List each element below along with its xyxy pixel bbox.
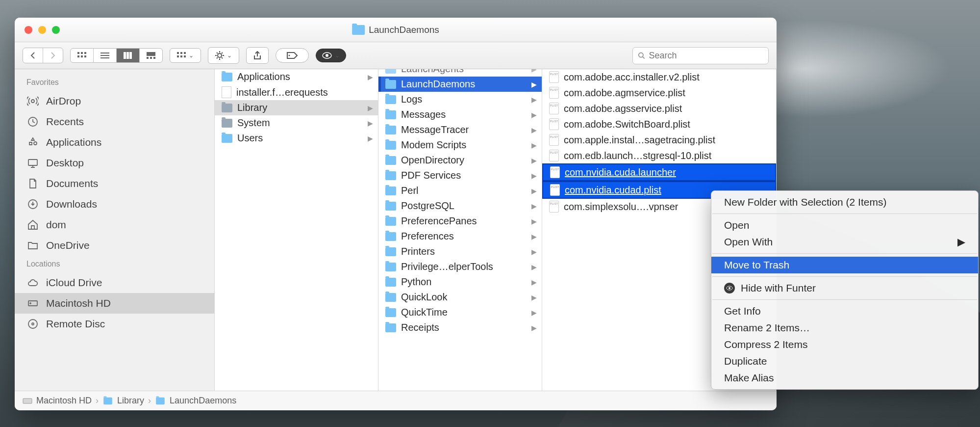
sidebar-item-airdrop[interactable]: AirDrop [15,91,214,111]
action-button[interactable]: ⌄ [208,47,239,64]
file-row[interactable]: QuickTime▶ [378,305,542,320]
svg-rect-36 [23,399,32,403]
file-name: Perl [401,185,527,196]
file-row[interactable]: System▶ [215,115,378,131]
menu-item-open[interactable]: Open [711,217,978,234]
chevron-right-icon: ▶ [368,104,373,112]
file-name: Python [401,276,527,288]
file-name: QuickTime [401,307,527,318]
file-row[interactable]: LaunchDaemons▶ [378,77,542,92]
column-1: Applications▶installer.f…erequestsLibrar… [215,69,378,391]
sidebar-item-recents[interactable]: Recents [15,111,214,132]
group-by-button[interactable]: ⌄ [170,48,201,63]
file-row[interactable]: com.adobe.SwitchBoard.plist [542,116,776,132]
sidebar-item-label: dom [46,219,66,231]
sidebar-item-dom[interactable]: dom [15,214,214,235]
file-row[interactable]: com.adobe.agsservice.plist [542,101,776,116]
file-row[interactable]: com.edb.launch…stgresql-10.plist [542,148,776,163]
path-segment[interactable]: LaunchDaemons [170,396,236,406]
file-row[interactable]: Python▶ [378,274,542,290]
folder-icon [385,187,396,195]
menu-item-label: Open With [724,236,773,248]
file-row[interactable]: Users▶ [215,131,378,146]
file-row[interactable]: Receipts▶ [378,320,542,335]
menu-item-rename-2-items-[interactable]: Rename 2 Items… [711,320,978,336]
plist-icon [549,118,559,130]
file-row[interactable]: Printers▶ [378,244,542,259]
svg-rect-12 [147,52,155,56]
sidebar-item-onedrive[interactable]: OneDrive [15,235,214,256]
file-row[interactable]: Messages▶ [378,107,542,122]
file-row[interactable]: com.apple.instal…sagetracing.plist [542,132,776,148]
minimize-button[interactable] [38,26,46,34]
eye-icon [322,52,332,59]
menu-item-make-alias[interactable]: Make Alias [711,370,978,386]
plist-icon [549,150,559,161]
file-row[interactable]: MessageTracer▶ [378,122,542,137]
file-row[interactable]: OpenDirectory▶ [378,153,542,168]
svg-point-25 [326,54,328,57]
file-name: Users [237,133,363,144]
file-row[interactable]: com.adobe.agmservice.plist [542,85,776,101]
file-row[interactable]: PreferencePanes▶ [378,214,542,229]
menu-item-get-info[interactable]: Get Info [711,303,978,320]
chevron-right-icon: ▶ [531,69,537,73]
menu-item-hide-with-funter[interactable]: Hide with Funter [711,280,978,296]
file-row[interactable]: Logs▶ [378,92,542,107]
svg-point-35 [32,323,34,325]
search-input[interactable] [649,51,763,61]
funter-button[interactable]: ⌄ [316,49,346,62]
chevron-right-icon: ▶ [368,119,373,127]
sidebar-item-remote-disc[interactable]: Remote Disc [15,314,214,334]
path-separator: › [148,396,151,406]
icon-view-button[interactable] [71,49,94,62]
file-row[interactable]: Library▶ [215,100,378,115]
path-segment[interactable]: Library [117,396,144,406]
chevron-right-icon: ▶ [531,187,537,195]
file-name: com.adobe.SwitchBoard.plist [564,119,771,130]
sidebar-item-applications[interactable]: Applications [15,132,214,153]
column-view-button[interactable] [117,49,140,62]
file-row[interactable]: LaunchAgents▶ [378,69,542,77]
chevron-right-icon: ▶ [531,294,537,301]
file-row[interactable]: PDF Services▶ [378,168,542,183]
file-row[interactable]: com.nvidia.cuda.launcher [542,163,776,181]
sidebar-item-desktop[interactable]: Desktop [15,153,214,173]
menu-item-move-to-trash[interactable]: Move to Trash [711,257,978,273]
file-row[interactable]: Perl▶ [378,183,542,198]
close-button[interactable] [25,26,32,34]
back-button[interactable] [23,48,43,63]
sidebar-item-downloads[interactable]: Downloads [15,194,214,214]
search-field[interactable] [632,47,769,64]
zoom-button[interactable] [52,26,60,34]
menu-item-duplicate[interactable]: Duplicate [711,353,978,370]
file-row[interactable]: Preferences▶ [378,229,542,244]
titlebar[interactable]: LaunchDaemons [15,18,777,42]
file-row[interactable]: installer.f…erequests [215,84,378,100]
file-row[interactable]: Applications▶ [215,69,378,84]
sidebar-item-documents[interactable]: Documents [15,173,214,194]
path-segment[interactable]: Macintosh HD [36,396,92,406]
sidebar-item-macintosh-hd[interactable]: Macintosh HD [15,293,214,314]
chevron-right-icon: ▶ [531,309,537,317]
tags-button[interactable] [276,48,309,63]
file-row[interactable]: PostgreSQL▶ [378,198,542,214]
menu-item-open-with[interactable]: Open With▶ [711,234,978,250]
folder-icon [385,141,396,150]
folder-icon [385,69,396,74]
file-row[interactable]: QuickLook▶ [378,290,542,305]
folder-icon [222,73,232,81]
file-row[interactable]: Privilege…elperTools▶ [378,259,542,274]
sidebar-item-icloud-drive[interactable]: iCloud Drive [15,272,214,293]
folder-icon [385,110,396,119]
share-button[interactable] [246,47,269,64]
menu-item-compress-2-items[interactable]: Compress 2 Items [711,336,978,353]
file-row[interactable]: Modem Scripts▶ [378,137,542,153]
list-view-button[interactable] [94,49,117,62]
folder-icon [385,263,396,271]
file-name: Applications [237,71,363,82]
gallery-view-button[interactable] [140,49,162,62]
menu-item-new-folder-with-selection-2-items-[interactable]: New Folder with Selection (2 Items) [711,194,978,211]
forward-button[interactable] [43,48,63,63]
file-row[interactable]: com.adobe.acc.installer.v2.plist [542,69,776,85]
